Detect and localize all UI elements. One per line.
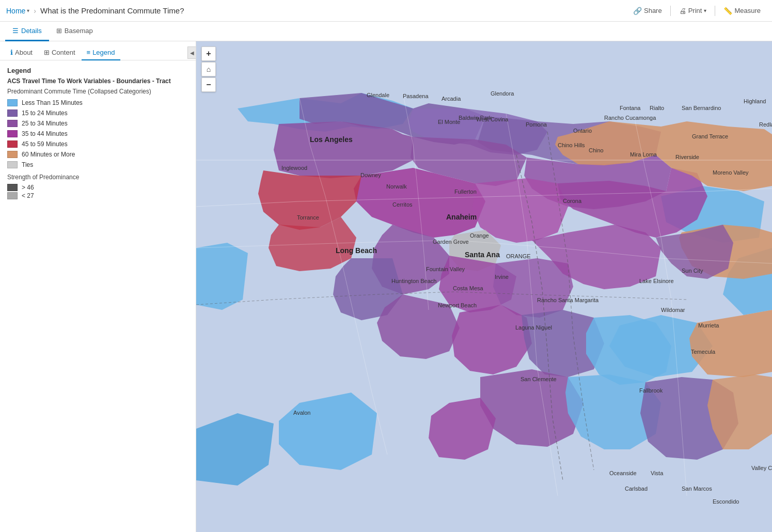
details-tab-icon: ☰ bbox=[12, 27, 19, 35]
zoom-out-button[interactable]: − bbox=[201, 77, 216, 92]
legend-item-label: 60 Minutes or More bbox=[22, 151, 75, 158]
share-button[interactable]: 🔗 Share bbox=[628, 4, 667, 18]
legend-item: Ties bbox=[7, 161, 188, 168]
top-right-actions: 🔗 Share 🖨 Print ▾ 📏 Measure bbox=[628, 4, 766, 18]
legend-panel: Legend ACS Travel Time To Work Variables… bbox=[0, 60, 196, 206]
sub-tabs: ℹ About ⊞ Content ≡ Legend ◀ bbox=[0, 41, 196, 60]
strength-high-label: > 46 bbox=[22, 184, 34, 191]
home-chevron-icon: ▾ bbox=[27, 8, 29, 13]
print-button[interactable]: 🖨 Print ▾ bbox=[674, 4, 712, 18]
about-label: About bbox=[15, 49, 33, 56]
legend-item: 35 to 44 Minutes bbox=[7, 130, 188, 137]
content-icon: ⊞ bbox=[44, 49, 50, 56]
zoom-controls: + ⌂ − bbox=[201, 46, 216, 92]
legend-color-swatch bbox=[7, 120, 18, 127]
subtab-about[interactable]: ℹ About bbox=[5, 45, 38, 60]
legend-color-swatch bbox=[7, 130, 18, 137]
legend-color-swatch bbox=[7, 109, 18, 117]
svg-marker-5 bbox=[196, 243, 248, 310]
subtab-legend[interactable]: ≡ Legend bbox=[82, 45, 120, 60]
subtab-content[interactable]: ⊞ Content bbox=[39, 45, 81, 60]
basemap-tab-label: Basemap bbox=[65, 27, 93, 35]
left-panel: ℹ About ⊞ Content ≡ Legend ◀ Legend ACS … bbox=[0, 41, 196, 532]
tab-bar: ☰ Details ⊞ Basemap bbox=[0, 22, 772, 41]
legend-item: 60 Minutes or More bbox=[7, 151, 188, 158]
top-bar: Home ▾ › What is the Predominant Commute… bbox=[0, 0, 772, 22]
legend-label: Legend bbox=[92, 49, 115, 56]
tab-details[interactable]: ☰ Details bbox=[5, 22, 49, 41]
print-chevron-icon: ▾ bbox=[704, 8, 706, 13]
home-link[interactable]: Home ▾ bbox=[6, 7, 29, 15]
details-tab-label: Details bbox=[21, 27, 42, 35]
svg-marker-10 bbox=[274, 121, 413, 178]
category-title: Predominant Commute Time (Collapsed Cate… bbox=[7, 88, 188, 95]
zoom-in-button[interactable]: + bbox=[201, 46, 216, 61]
strength-low-swatch bbox=[7, 192, 18, 199]
legend-item: 15 to 24 Minutes bbox=[7, 109, 188, 117]
home-label: Home bbox=[6, 7, 25, 15]
legend-color-swatch bbox=[7, 161, 18, 168]
legend-item: 25 to 34 Minutes bbox=[7, 120, 188, 127]
legend-items: Less Than 15 Minutes15 to 24 Minutes25 t… bbox=[7, 99, 188, 168]
strength-low-label: < 27 bbox=[22, 192, 34, 199]
legend-item-label: 25 to 34 Minutes bbox=[22, 120, 68, 127]
print-icon: 🖨 bbox=[679, 7, 686, 15]
legend-color-swatch bbox=[7, 140, 18, 148]
measure-icon: 📏 bbox=[723, 7, 732, 15]
strength-high-row: > 46 bbox=[7, 184, 188, 191]
home-zoom-button[interactable]: ⌂ bbox=[201, 62, 216, 76]
legend-item: 45 to 59 Minutes bbox=[7, 140, 188, 148]
strength-high-swatch bbox=[7, 184, 18, 191]
legend-color-swatch bbox=[7, 151, 18, 158]
divider2 bbox=[715, 6, 715, 16]
legend-item-label: 15 to 24 Minutes bbox=[22, 109, 68, 117]
legend-item: Less Than 15 Minutes bbox=[7, 99, 188, 106]
legend-heading: Legend bbox=[7, 67, 188, 74]
main-content: ℹ About ⊞ Content ≡ Legend ◀ Legend ACS … bbox=[0, 41, 772, 532]
tab-basemap[interactable]: ⊞ Basemap bbox=[49, 22, 100, 41]
divider bbox=[670, 6, 671, 16]
basemap-tab-icon: ⊞ bbox=[56, 27, 62, 35]
content-label: Content bbox=[52, 49, 75, 56]
about-icon: ℹ bbox=[10, 49, 13, 56]
strength-swatches: > 46 < 27 bbox=[7, 184, 188, 199]
collapse-panel-button[interactable]: ◀ bbox=[187, 46, 196, 59]
legend-icon: ≡ bbox=[87, 49, 91, 56]
map-container[interactable]: + ⌂ − bbox=[196, 41, 772, 532]
map-svg: Los AngelesPasadenaGlendaleArcadiaGlendo… bbox=[196, 41, 772, 532]
measure-button[interactable]: 📏 Measure bbox=[718, 4, 766, 18]
legend-item-label: 45 to 59 Minutes bbox=[22, 140, 68, 148]
page-title: What is the Predominant Commute Time? bbox=[40, 6, 184, 15]
breadcrumb-separator: › bbox=[34, 7, 36, 15]
legend-item-label: Less Than 15 Minutes bbox=[22, 99, 83, 106]
legend-item-label: Ties bbox=[22, 161, 33, 168]
strength-title: Strength of Predominance bbox=[7, 174, 188, 181]
share-icon: 🔗 bbox=[633, 7, 642, 15]
legend-item-label: 35 to 44 Minutes bbox=[22, 130, 68, 137]
layer-title: ACS Travel Time To Work Variables - Boun… bbox=[7, 77, 188, 85]
legend-color-swatch bbox=[7, 99, 18, 106]
strength-low-row: < 27 bbox=[7, 192, 188, 199]
